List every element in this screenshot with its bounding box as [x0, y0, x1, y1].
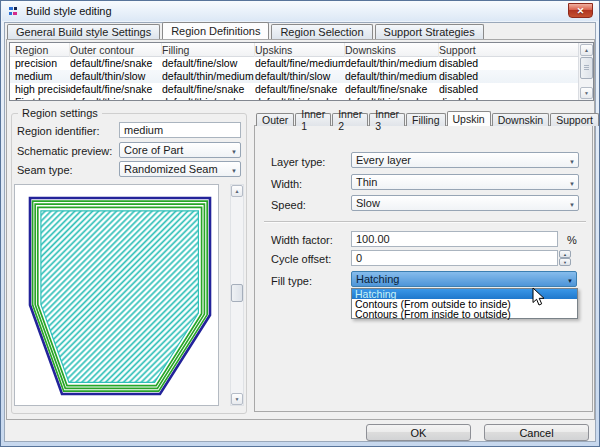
scroll-down-icon[interactable]: ▼: [580, 87, 593, 99]
tab-outer[interactable]: Outer: [256, 113, 294, 126]
schematic-preview-select[interactable]: Core of Part ▼: [119, 142, 241, 158]
spinner-up-icon[interactable]: ▲: [559, 250, 571, 258]
tab-inner-1[interactable]: Inner 1: [295, 113, 331, 126]
tab-support-strategies[interactable]: Support Strategies: [375, 24, 484, 39]
tab-inner-3[interactable]: Inner 3: [369, 113, 405, 126]
column-header-region[interactable]: Region: [15, 43, 70, 57]
cycle-offset-stepper: ▲ ▼: [559, 250, 571, 266]
tab-region-selection[interactable]: Region Selection: [271, 24, 372, 39]
tab-downskin[interactable]: Downskin: [492, 113, 550, 126]
schematic-preview-label: Schematic preview:: [17, 145, 112, 157]
table-scrollbar-thumb[interactable]: [580, 57, 593, 79]
scroll-up-icon[interactable]: ▲: [231, 185, 243, 197]
close-icon: ✕: [577, 6, 585, 16]
window-title: Build style editing: [26, 5, 112, 17]
chevron-down-icon: ▼: [569, 178, 575, 190]
chevron-down-icon: ▼: [569, 199, 575, 211]
tab-inner-2[interactable]: Inner 2: [332, 113, 368, 126]
app-icon: [8, 5, 21, 18]
cycle-offset-label: Cycle offset:: [271, 253, 331, 265]
tab-filling[interactable]: Filling: [406, 113, 445, 126]
region-preview-drawing: [15, 185, 220, 407]
width-label: Width:: [271, 178, 302, 190]
fill-type-select[interactable]: Hatching ▼: [351, 271, 577, 287]
region-identifier-label: Region identifier:: [17, 125, 100, 137]
build-style-editing-dialog: Build style editing ✕ General Build styl…: [0, 0, 600, 447]
region-detail-tab-strip: Outer Inner 1 Inner 2 Inner 3 Filling Up…: [256, 111, 600, 126]
fill-type-label: Fill type:: [271, 275, 312, 287]
table-row-medium-selected[interactable]: mediumdefault/thin/slowdefault/thin/medi…: [10, 70, 593, 83]
table-scrollbar[interactable]: ▲ ▼: [578, 43, 593, 100]
mouse-cursor-icon: [532, 287, 546, 308]
seam-type-select[interactable]: Randomized Seam ▼: [119, 161, 241, 177]
layer-type-label: Layer type:: [271, 156, 325, 168]
width-select[interactable]: Thin ▼: [351, 174, 579, 190]
upskin-panel: [254, 125, 593, 412]
scroll-up-icon[interactable]: ▲: [580, 44, 593, 56]
speed-label: Speed:: [271, 199, 306, 211]
ok-button[interactable]: OK: [366, 424, 471, 441]
section-divider: [264, 221, 586, 223]
regions-table-header: Region Outer contour Filling Upskins Dow…: [10, 43, 593, 57]
width-factor-unit: %: [567, 234, 577, 246]
scroll-down-icon[interactable]: ▼: [231, 393, 243, 405]
tab-general-build-style-settings[interactable]: General Build style Settings: [7, 24, 160, 39]
width-factor-label: Width factor:: [271, 234, 333, 246]
layer-type-select[interactable]: Every layer ▼: [351, 152, 579, 168]
close-button[interactable]: ✕: [568, 3, 593, 18]
chevron-down-icon: ▼: [567, 275, 573, 287]
chevron-down-icon: ▼: [231, 165, 237, 177]
chevron-down-icon: ▼: [231, 146, 237, 158]
table-row-precision[interactable]: precisiondefault/fine/snakedefault/fine/…: [10, 57, 593, 70]
column-header-outer-contour[interactable]: Outer contour: [70, 43, 162, 57]
region-settings-group-label: Region settings: [18, 107, 102, 119]
column-header-filling[interactable]: Filling: [162, 43, 255, 57]
cycle-offset-input[interactable]: 0: [351, 250, 558, 266]
tab-upskin[interactable]: Upskin: [447, 111, 491, 126]
region-identifier-input[interactable]: medium: [119, 122, 241, 138]
tab-region-definitions[interactable]: Region Definitions: [162, 22, 269, 39]
main-tab-strip: General Build style Settings Region Defi…: [7, 22, 486, 39]
title-bar[interactable]: Build style editing ✕: [2, 1, 598, 21]
column-header-support[interactable]: Support: [439, 43, 593, 57]
table-row-first-layers[interactable]: First layersdefault/thin/snakedefault/th…: [10, 96, 593, 101]
schematic-preview-canvas: [14, 184, 219, 406]
column-header-downskins[interactable]: Downskins: [345, 43, 439, 57]
option-contours-inside-to-outside[interactable]: Contours (From inside to outside): [352, 309, 577, 319]
speed-select[interactable]: Slow ▼: [351, 195, 579, 211]
regions-table: Region Outer contour Filling Upskins Dow…: [9, 42, 594, 101]
spinner-down-icon[interactable]: ▼: [559, 258, 571, 266]
preview-scrollbar[interactable]: ▲ ▼: [230, 184, 244, 406]
tab-support[interactable]: Support: [550, 113, 599, 126]
chevron-down-icon: ▼: [569, 156, 575, 168]
cancel-button[interactable]: Cancel: [484, 424, 589, 441]
column-header-upskins[interactable]: Upskins: [255, 43, 345, 57]
width-factor-input[interactable]: 100.00: [351, 231, 558, 247]
preview-scrollbar-thumb[interactable]: [231, 284, 243, 302]
table-row-high-precision[interactable]: high precisiondefault/fine/snakedefault/…: [10, 83, 593, 96]
seam-type-label: Seam type:: [17, 164, 73, 176]
